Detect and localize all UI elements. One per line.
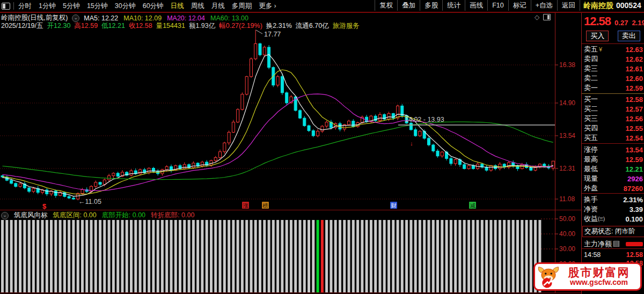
ohlc-item: 开12.30 [47,21,71,31]
menu-item-5分钟[interactable]: 5分钟 [63,2,80,11]
candlestick-chart[interactable]: 16.3814.9013.5412.3111.0850.0040.0030.00… [0,0,644,294]
ask-row[interactable]: 卖三12.61 [582,64,644,74]
period-menu: 分时1分钟5分钟15分钟30分钟60分钟日线周线月线多周期更多 › [18,2,276,11]
ohlc-item: 幅0.27(2.19%) [219,21,262,31]
menu-item-多周期[interactable]: 多周期 [232,2,252,11]
stat-row-label: 涨停 [584,145,598,155]
site-logo[interactable]: 股市财富网 www.gscfw.com [533,262,642,291]
ask-row[interactable]: 卖一12.59 [582,83,644,93]
menu-item-返回[interactable]: 返回 [557,0,580,11]
svg-text:减: 减 [470,202,475,209]
ma-value: MA10: 12.09 [123,14,162,22]
panel-toggle-icon[interactable] [543,14,551,20]
menu-item-60分钟[interactable]: 60分钟 [143,2,164,11]
menu-item-月线[interactable]: 月线 [211,2,225,11]
stat-row-value: 87260 [624,185,643,193]
menu-item-更多 ›[interactable]: 更多 › [259,2,276,11]
ask-row[interactable]: 卖四12.62 [582,54,644,64]
bid-row[interactable]: 买二12.57 [582,104,644,114]
price-tag-icon: ¥ [599,46,602,53]
menu-divider [13,2,14,10]
mid-divider [582,93,644,94]
svg-text:$: $ [42,202,47,210]
ma-value: MA60: 13.00 [210,14,248,22]
quote-stats: 涨停13.54最高12.59最低12.21现量2926外盘87260 [582,145,644,193]
menu-item-分时[interactable]: 分时 [18,2,32,11]
svg-text:50.00: 50.00 [559,215,575,223]
diamond-icon[interactable]: ◇ [535,13,539,21]
last-price: 12.58 [584,14,611,28]
bull-icon [537,265,560,289]
ask-row-label: 卖三 [584,64,598,74]
ohlc-info-bar: 2025/12/19/五开12.30高12.59低12.21收12.58量154… [1,21,360,31]
bid-row[interactable]: 买一12.58 [582,94,644,104]
logo-text: 股市财富网 www.gscfw.com [560,267,638,286]
stat-row: 最高12.59 [582,155,644,164]
menu-item-多股[interactable]: 多股 [420,0,442,11]
indicator-collapse-icon[interactable]: ⌄ [1,212,9,219]
svg-text:财: 财 [391,202,397,209]
menu-item-1分钟[interactable]: 1分钟 [39,2,56,11]
main-net-icon [613,241,619,247]
menu-item-日线[interactable]: 日线 [171,2,184,11]
stat-row-label: 换手 [584,195,598,204]
menu-item-画线[interactable]: 画线 [465,0,487,11]
svg-text:30.00: 30.00 [559,245,575,253]
menu-item-15分钟[interactable]: 15分钟 [87,2,108,11]
price-change-pct: 2.19 [632,19,644,27]
sell-button[interactable]: 卖出 [618,31,640,41]
svg-text:12.31: 12.31 [559,165,575,172]
tick-row: 14:5812.58 [582,251,644,259]
menu-item-标记[interactable]: 标记 [508,0,531,11]
bid-row-value: 12.54 [625,134,643,142]
quote-panel: 12.58 0.27 2.19 买入 卖出 卖五¥12.63卖四12.62卖三1… [581,13,644,294]
stock-name: 岭南控股 [583,1,613,10]
svg-text:榜: 榜 [262,202,268,209]
menu-item-F10[interactable]: F10 [487,0,508,11]
quote-stats-2: 换手2.31%净资3.39收益㈢0.100 [582,195,644,224]
svg-text:13.54: 13.54 [559,132,575,139]
indicator-values: 筑底区间: 0.00底部开始: 0.00转折底部: 0.00 [53,211,200,220]
svg-text:涨: 涨 [243,202,248,209]
bid-row[interactable]: 买四12.55 [582,123,644,133]
svg-text:16.38: 16.38 [559,61,575,69]
trade-buttons: 买入 卖出 [582,31,644,41]
bid-row[interactable]: 买三12.56 [582,114,644,123]
menu-item-+自选[interactable]: +自选 [531,0,557,11]
menu-item-复权[interactable]: 复权 [375,0,397,11]
ask-row-value: 12.62 [625,55,643,63]
bid-row[interactable]: 买五12.54 [582,133,644,143]
svg-text:↓: ↓ [410,140,413,146]
collapse-icon[interactable]: ⌄ [72,14,79,22]
ohlc-item: 收12.58 [129,21,152,31]
buy-button[interactable]: 买入 [586,31,609,41]
indicator-header: ⌄ 筑底风向标 筑底区间: 0.00底部开始: 0.00转折底部: 0.00 [1,211,200,220]
ask-row[interactable]: 卖五¥12.63 [582,45,644,54]
menu-item-叠加[interactable]: 叠加 [397,0,420,11]
ma-values: MA5: 12.22MA10: 12.09MA20: 12.04MA60: 13… [84,14,254,22]
trade-status: 交易状态: 闭市阶 [582,226,644,237]
ask-row-value: 12.61 [625,65,643,73]
stat-row-value: 3.39 [630,205,643,214]
divider [582,193,644,194]
menu-item-统计[interactable]: 统计 [442,0,465,11]
window-icon[interactable] [2,3,10,10]
ask-row-label: 卖二 [584,74,598,83]
ohlc-item: 流通6.70亿 [296,21,329,31]
ohlc-item: 高12.59 [74,21,98,31]
ask-row-label: 卖四 [584,54,598,64]
svg-text:14.90: 14.90 [559,99,575,107]
stat-row: 现量2926 [582,174,644,183]
menu-item-周线[interactable]: 周线 [191,2,204,11]
stat-row-label: 最低 [584,164,598,174]
tick-price: 12.58 [626,251,643,259]
ask-row[interactable]: 卖二12.60 [582,74,644,83]
bid-row-label: 买二 [584,104,598,114]
svg-text:17.77: 17.77 [264,31,281,38]
ask-row-label: 卖五¥ [584,45,602,54]
svg-text:↓: ↓ [378,116,381,123]
ma-value: MA5: 12.22 [84,14,118,22]
menu-item-30分钟[interactable]: 30分钟 [115,2,136,11]
stat-row-label: 净资 [584,204,598,214]
stat-row-value: 0.100 [625,215,643,223]
